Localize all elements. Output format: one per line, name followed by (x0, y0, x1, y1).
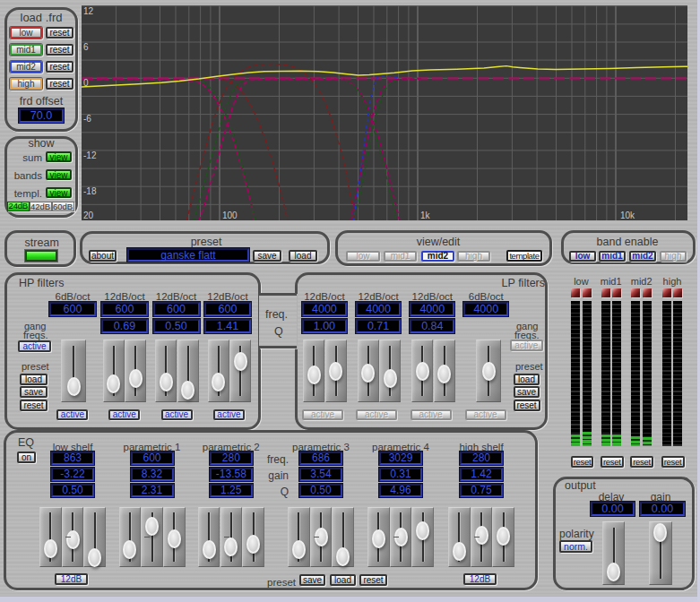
svg-text:-12: -12 (83, 150, 97, 160)
svg-text:-6: -6 (83, 114, 91, 124)
svg-text:10k: 10k (620, 211, 635, 220)
svg-text:6: 6 (83, 42, 89, 52)
svg-text:-18: -18 (83, 186, 97, 196)
svg-text:1k: 1k (420, 211, 431, 220)
svg-text:100: 100 (222, 211, 238, 220)
svg-text:20: 20 (83, 211, 94, 220)
svg-text:0: 0 (83, 78, 89, 88)
